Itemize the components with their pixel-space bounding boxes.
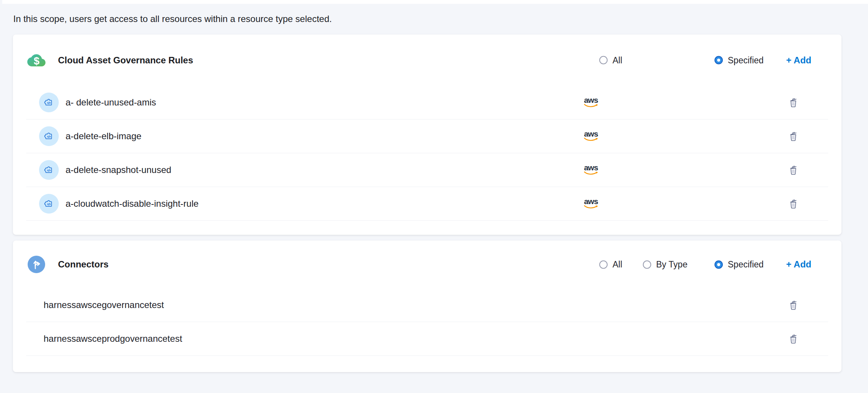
aws-logo: aws (583, 197, 599, 209)
trash-icon (787, 198, 799, 210)
top-divider (2, 0, 868, 4)
rule-name: a-delete-elb-image (66, 131, 141, 141)
aws-logo: aws (583, 163, 599, 176)
connectors-card-title: Connectors (58, 259, 108, 270)
rule-row: a-cloudwatch-disable-insight-rule aws (26, 187, 828, 221)
cloud-dollar-icon: $ (27, 51, 45, 69)
delete-rule-button[interactable] (787, 130, 799, 142)
connectors-option-all[interactable]: All (599, 259, 622, 270)
radio-unselected-icon[interactable] (643, 260, 651, 269)
connectors-option-all-label: All (613, 259, 622, 270)
connector-row: harnessawsceprodgovernancetest (26, 322, 828, 356)
governance-card-title: Cloud Asset Governance Rules (58, 55, 193, 66)
rule-row: a- delete-unused-amis aws (26, 86, 828, 119)
governance-add-button[interactable]: + Add (786, 55, 811, 66)
rule-name: a-delete-snapshot-unused (66, 165, 171, 175)
connector-name: harnessawscegovernancetest (26, 300, 164, 310)
connectors-card-header: Connectors All By Type Specified + Add (13, 241, 841, 288)
connectors-card: Connectors All By Type Specified + Add h… (13, 241, 841, 372)
governance-rule-code-icon (39, 160, 59, 180)
aws-logo: aws (583, 96, 599, 108)
trash-icon (787, 130, 799, 142)
aws-logo: aws (583, 130, 599, 142)
connectors-option-by-type-label: By Type (656, 259, 688, 270)
governance-option-all[interactable]: All (599, 55, 622, 65)
connectors-list: harnessawscegovernancetest harnessawscep… (26, 288, 828, 356)
radio-unselected-icon[interactable] (599, 56, 608, 64)
governance-card-header: $ Cloud Asset Governance Rules All Speci… (13, 35, 841, 86)
delete-rule-button[interactable] (787, 198, 799, 210)
rule-row: a-delete-elb-image aws (26, 119, 828, 153)
delete-connector-button[interactable] (787, 333, 799, 345)
rule-name: a-cloudwatch-disable-insight-rule (66, 198, 199, 209)
radio-unselected-icon[interactable] (599, 260, 608, 269)
rule-row: a-delete-snapshot-unused aws (26, 153, 828, 187)
delete-rule-button[interactable] (787, 164, 799, 176)
rule-name: a- delete-unused-amis (66, 97, 156, 108)
connectors-add-button[interactable]: + Add (786, 259, 811, 270)
radio-selected-icon[interactable] (714, 56, 723, 64)
connectors-option-by-type[interactable]: By Type (643, 259, 688, 270)
trash-icon (787, 96, 799, 108)
governance-rules-card: $ Cloud Asset Governance Rules All Speci… (13, 35, 841, 235)
governance-option-specified[interactable]: Specified (714, 55, 764, 65)
governance-rule-code-icon (39, 194, 59, 214)
connectors-option-specified-label: Specified (728, 259, 764, 270)
branch-arrows-icon (27, 255, 45, 274)
trash-icon (787, 299, 799, 311)
connector-row: harnessawscegovernancetest (26, 288, 828, 322)
governance-rule-code-icon (39, 126, 59, 146)
radio-selected-icon[interactable] (714, 260, 723, 269)
trash-icon (787, 333, 799, 345)
delete-rule-button[interactable] (787, 96, 799, 108)
connectors-option-specified[interactable]: Specified (714, 259, 764, 270)
governance-option-all-label: All (613, 55, 622, 65)
connector-name: harnessawsceprodgovernancetest (26, 333, 182, 344)
scope-description: In this scope, users get access to all r… (13, 14, 332, 24)
governance-rules-list: a- delete-unused-amis aws (26, 86, 828, 221)
svg-text:$: $ (34, 55, 39, 67)
trash-icon (787, 164, 799, 176)
delete-connector-button[interactable] (787, 299, 799, 311)
governance-option-specified-label: Specified (728, 55, 764, 65)
governance-rule-code-icon (39, 93, 59, 112)
